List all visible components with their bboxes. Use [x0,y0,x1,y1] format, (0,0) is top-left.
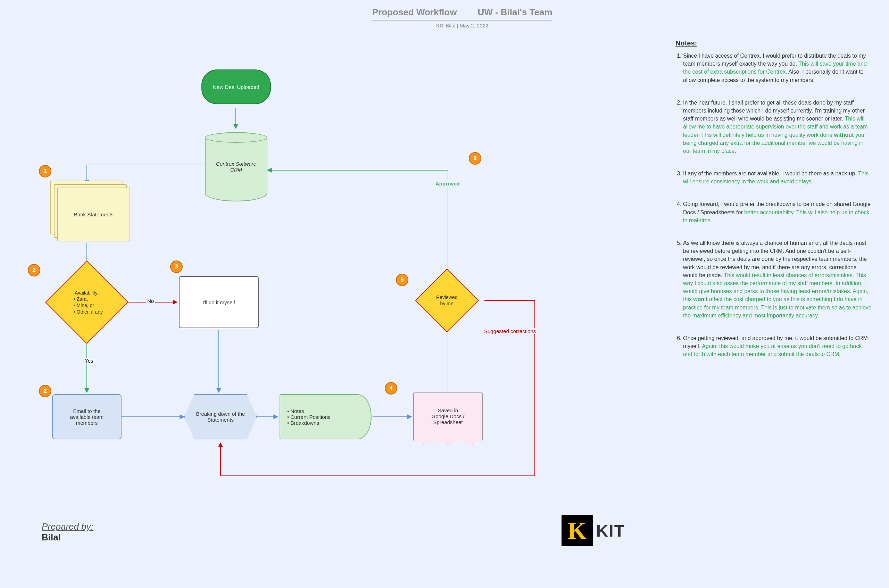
node-reviewed: Reviewed by me [415,268,479,332]
saved-l2: Google Docs / [431,413,464,419]
note-3: If any of the members are not available,… [683,170,872,186]
prepared-name: Bilal [42,532,93,543]
badge-2a: 2 [28,264,40,276]
node-new-deal: New Deal Uploaded [201,69,271,104]
title-left: Proposed Workflow [372,7,457,18]
prepared-by: Prepared by: Bilal [42,521,93,543]
note-4: Going forward, I would prefer the breakd… [683,200,872,224]
crm-l2: CRM [216,167,256,172]
edge-no: No [146,298,155,304]
edge-suggested: Suggested corrections [483,328,537,334]
node-notes: • Notes • Current Positions • Breakdowns [280,394,372,440]
reviewed-l2: by me [436,300,457,307]
saved-l3: Spreadsheet [433,419,463,425]
node-crm: Centrex Software CRM [205,132,267,201]
note-5: As we all know there is always a chance … [683,239,872,320]
prepared-label: Prepared by: [42,521,93,532]
badge-5: 5 [396,274,408,286]
title-right: UW - Bilal's Team [477,7,552,18]
badge-2b: 2 [39,385,51,398]
badge-3: 3 [170,261,183,273]
note-2: In the near future, I shall prefer to ge… [683,99,872,155]
kit-logo: K KIT [562,515,625,546]
node-new-deal-label: New Deal Uploaded [213,84,259,90]
avail-b1: • Zara, [71,296,103,302]
email-l1: Email to the [73,408,100,414]
reviewed-l1: Reviewed [436,294,457,300]
email-l2: available team [70,414,104,420]
badge-4: 4 [385,382,397,394]
node-breaking: Breaking down of the Statements [184,394,257,440]
crm-l1: Centrex Software [216,161,256,167]
node-email-team: Email to the available team members [52,394,121,440]
node-saved: Saved in Google Docs / Spreadsheet [413,393,483,444]
note-1: Since I have access of Centrex, I would … [683,52,872,84]
breaking-l2: Statements [207,417,234,423]
notes-b3: • Breakdowns [287,420,319,426]
subtitle: KIT Bilal | May 2, 2022 [372,22,553,28]
node-bank-statements: Bank Statements [57,188,130,242]
node-availability: Availability: • Zara, • Mina, or • Other… [45,261,129,344]
saved-l1: Saved in [438,407,458,413]
bank-statements-label: Bank Statements [74,212,114,218]
kit-logo-mark: K [562,515,593,546]
notes-b1: • Notes [287,408,304,414]
avail-b2: • Mina, or [71,302,103,308]
node-do-myself: I'll do it myself [179,276,259,328]
diagram-header: Proposed Workflow UW - Bilal's Team KIT … [372,7,553,28]
edge-yes: Yes [83,358,94,364]
avail-title: Availability: [71,290,103,296]
do-myself-label: I'll do it myself [202,299,235,305]
notes-title: Notes: [675,38,872,48]
badge-6: 6 [469,152,481,165]
email-l3: members [76,420,98,426]
avail-b3: • Other, if any [71,308,103,315]
notes-panel: Notes: Since I have access of Centrex, I… [675,38,872,373]
kit-logo-text: KIT [596,521,625,540]
edge-approved: Approved [434,181,461,186]
badge-1: 1 [39,165,51,177]
breaking-l1: Breaking down of the [196,411,245,417]
notes-b2: • Current Positions [287,414,330,420]
note-6: Once getting reviewed, and approved by m… [683,334,872,358]
